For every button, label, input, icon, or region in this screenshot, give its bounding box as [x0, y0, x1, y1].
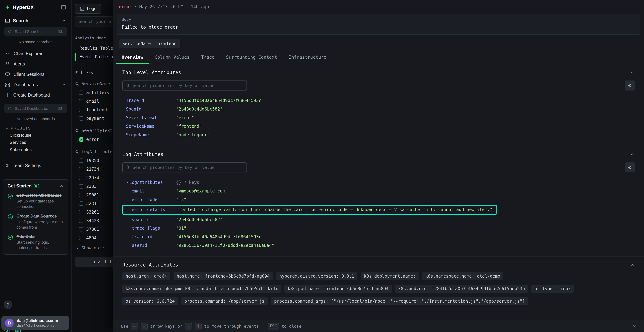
checkbox[interactable] [79, 176, 83, 180]
checkbox[interactable] [79, 99, 83, 104]
resource-chip[interactable]: k8s.pod.uid: f284fb2d-a0b3-4634-991b-e2c… [395, 285, 528, 293]
preset-kubernetes[interactable]: Kubernetes [0, 146, 71, 153]
create-dashboard-button[interactable]: Create Dashboard [0, 90, 71, 100]
resource-chip[interactable]: process.command_args: ["/usr/local/bin/n… [271, 297, 528, 305]
sidebar-item-client-sessions[interactable]: Client Sessions [0, 69, 71, 80]
attribute-value[interactable]: "2b43d0c4dd6bc582" [176, 105, 222, 114]
user-subtitle: dale@clickhouse.com's [17, 324, 58, 327]
service-name-chip[interactable]: ServiceName: frontend [119, 39, 180, 48]
get-started-step[interactable]: Add Data Start sending logs, metrics, or… [8, 234, 64, 250]
search-icon [75, 128, 79, 132]
resource-chip[interactable]: host.name: frontend-6b6c8d7bfd-ng894 [173, 272, 273, 280]
tab-trace[interactable]: Trace [195, 51, 220, 64]
tab-overview[interactable]: Overview [116, 51, 149, 64]
log-attributes-root[interactable]: ▾LogAttributes {} 7 keys [126, 178, 635, 187]
top-level-search-input[interactable] [122, 80, 247, 90]
resource-chip[interactable]: host.arch: amd64 [122, 272, 170, 280]
step-desc: Set up your database connection [16, 198, 64, 209]
sidebar-item-chart-explorer[interactable]: Chart Explorer [0, 48, 71, 59]
attribute-key[interactable]: ServiceName [126, 122, 176, 130]
checkbox[interactable] [79, 210, 83, 214]
attribute-value[interactable]: "4156d3fbc40a64854d9dc7f68641593c" [176, 232, 264, 241]
resource-chip[interactable]: k8s.node.name: gke-pme-k8s-standard-main… [122, 285, 282, 293]
caret-down-icon[interactable]: ▾ [126, 180, 128, 185]
team-settings-label: Team Settings [13, 163, 41, 168]
resource-chip[interactable]: k8s.deployment.name: [361, 272, 419, 280]
attribute-key[interactable]: SeverityText [126, 114, 176, 122]
attribute-value[interactable]: "node-logger" [176, 130, 210, 139]
checkbox[interactable] [79, 236, 83, 240]
checkbox[interactable] [79, 90, 83, 95]
attribute-key[interactable]: error.details [126, 206, 177, 213]
resource-chip[interactable]: process.command: /app/server.js [181, 297, 268, 305]
collapse-section-chevron-up-icon[interactable] [630, 262, 635, 267]
attribute-value[interactable]: "2b43d0c4dd6bc582" [176, 215, 222, 224]
attribute-value[interactable]: "4156d3fbc40a64854d9dc7f68641593c" [176, 96, 264, 105]
preset-clickhouse[interactable]: ClickHouse [0, 132, 71, 139]
help-button[interactable]: ? [4, 300, 12, 309]
right-arrow-key: → [140, 323, 148, 329]
checkbox[interactable] [79, 167, 83, 171]
checkbox[interactable] [79, 158, 83, 163]
presets-toggle[interactable]: PRESETS [5, 126, 71, 130]
checkbox[interactable] [79, 193, 83, 197]
collapse-section-chevron-up-icon[interactable] [630, 70, 635, 75]
log-attributes-search-input[interactable] [122, 162, 247, 172]
attribute-key[interactable]: SpanId [126, 105, 176, 114]
attribute-value[interactable]: "92a55156-39a4-11f0-8ddd-a2eca416a8a4" [176, 241, 274, 250]
checkbox[interactable] [79, 116, 83, 120]
resource-chip[interactable]: k8s.pod.name: frontend-6b6c8d7bfd-ng894 [284, 285, 392, 293]
resource-chip[interactable]: k8s.namespace.name: otel-demo [422, 272, 504, 280]
create-dashboard-label: Create Dashboard [13, 92, 50, 98]
close-panel-button[interactable]: × [633, 323, 636, 329]
top-level-settings-button[interactable]: ⚙ [625, 80, 635, 90]
checkbox[interactable] [79, 184, 83, 188]
saved-dashboards-input[interactable]: Saved Dashboards ⌘K [4, 104, 67, 113]
attribute-value[interactable]: "01" [176, 224, 186, 232]
collapse-sidebar-button[interactable] [60, 4, 67, 11]
sidebar-section-search[interactable]: Search [0, 18, 71, 23]
resource-chip[interactable]: hyperdx.distro.version: 0.8.1 [276, 272, 358, 280]
source-selector-button[interactable]: Logs [75, 4, 101, 14]
chevron-up-icon[interactable] [62, 18, 66, 23]
attribute-key[interactable]: TraceId [126, 96, 176, 105]
resource-chip[interactable]: os.version: 6.6.72+ [122, 297, 178, 305]
tab-infrastructure[interactable]: Infrastructure [283, 51, 332, 64]
avatar: D [5, 318, 14, 327]
checkbox[interactable] [79, 202, 83, 206]
chevron-up-icon[interactable] [62, 82, 66, 87]
log-attributes-settings-button[interactable]: ⚙ [625, 162, 635, 172]
checkbox[interactable] [79, 218, 83, 223]
saved-searches-input[interactable]: Saved Searches ⌘K [4, 27, 67, 36]
attribute-key[interactable]: email [126, 187, 176, 195]
sidebar-item-dashboards[interactable]: Dashboards [0, 80, 71, 90]
resource-chip[interactable]: os.type: linux [531, 285, 574, 293]
get-started-step[interactable]: Connect to ClickHouse Set up your databa… [8, 193, 64, 209]
tab-surrounding-context[interactable]: Surrounding Context [220, 51, 283, 64]
chevron-up-icon[interactable] [60, 184, 64, 188]
attribute-value[interactable]: "error" [176, 114, 194, 122]
brand-row: HyperDX [0, 0, 71, 11]
preset-services[interactable]: Services [0, 139, 71, 146]
attribute-key[interactable]: trace_id [126, 232, 176, 241]
sidebar-item-team-settings[interactable]: ⚙ Team Settings [0, 160, 71, 171]
checkbox[interactable] [79, 227, 83, 232]
highlighted-attribute-row[interactable]: error.details "failed to charge card: co… [122, 205, 497, 215]
sidebar-item-alerts[interactable]: Alerts [0, 59, 71, 69]
collapse-section-chevron-up-icon[interactable] [630, 152, 635, 157]
get-started-step[interactable]: Create Data Sources Configure where your… [8, 214, 64, 230]
user-menu[interactable]: D dale@clickhouse.com dale@clickhouse.co… [2, 316, 69, 330]
attribute-key[interactable]: span_id [126, 215, 176, 224]
tab-column-values[interactable]: Column Values [149, 51, 195, 64]
attribute-key[interactable]: userId [126, 241, 176, 250]
checkbox-checked[interactable]: ✓ [79, 138, 83, 142]
attribute-value[interactable]: "13" [176, 195, 186, 204]
attribute-key[interactable]: trace_flags [126, 224, 176, 232]
attribute-key[interactable]: error.code [126, 195, 176, 204]
checkbox[interactable] [79, 108, 83, 112]
attribute-value[interactable]: "failed to charge card: could not charge… [177, 206, 492, 213]
attribute-value[interactable]: "frontend" [176, 122, 202, 130]
attribute-key[interactable]: ScopeName [126, 130, 176, 139]
attribute-value[interactable]: "vmoses@example.com" [176, 187, 228, 195]
root-key[interactable]: LogAttributes [129, 180, 163, 185]
